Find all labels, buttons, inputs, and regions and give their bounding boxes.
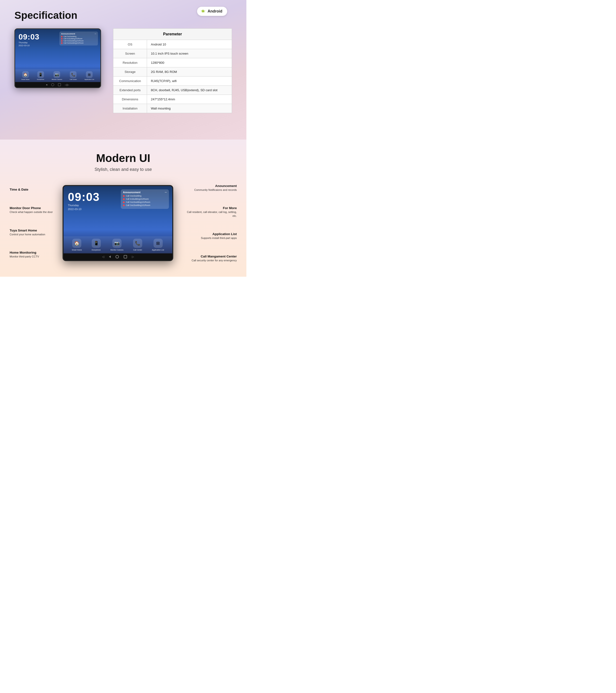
ann-announcement: Anouncement Community Notificaions and r… [186,184,237,192]
spec-value-4: RJ45(TCP/IP), wifi [147,77,232,86]
ann-for-more: For More Call resident, call elevator, c… [186,206,237,218]
ann-announcement-head: Anouncement [186,184,237,188]
app-icon-smart-home: 🏠 [22,71,29,78]
modern-title: Modern UI [9,152,237,164]
big-ann-dot-1 [123,195,125,197]
device-announcement: Announcement ··· Call Out1building Call … [59,32,98,45]
big-app-icon-call: 📞 [133,239,142,248]
big-nav-recent [124,255,127,258]
big-nav-home [116,255,119,258]
big-nav: ◁ ▷ [63,253,172,260]
big-ann-title: Announcement ··· [123,191,167,194]
nav-back [46,84,48,85]
nav-home [51,83,54,86]
big-nav-vol-right: ▷ [132,255,134,258]
ann-title: Announcement ··· [61,33,96,35]
device-apps: 🏠 Smart Home 📱 Doorphone 📷 Monitor Camer… [15,69,100,82]
spec-param-1: Screen [113,49,147,58]
ann-dot [61,40,63,42]
app-app-list: ⊞ Application List [84,71,94,80]
app-icon-doorphone: 📱 [37,71,44,78]
modern-ui-section: Modern UI Stylish, clean and easy to use… [0,140,246,277]
app-doorphone: 📱 Doorphone [37,71,44,80]
big-nav-back [109,256,111,258]
ann-monitor-desc: Check what happen outside the door [9,210,60,214]
big-app-monitor: 📷 Monitor Camera [111,239,123,251]
big-ann-1: Call Out1building [123,195,167,197]
big-app-doorphone: 📱 Doorphone [92,239,101,251]
spec-value-3: 2G RAM, 8G ROM [147,67,232,77]
big-ann-dot-4 [123,204,125,206]
big-ann-3: Call Out1building101Room [123,201,167,203]
big-app-icon-doorphone: 📱 [92,239,101,248]
spec-param-2: Resolution [113,58,147,67]
app-icon-call-center: 📞 [70,71,77,78]
ann-formore-desc: Call resident, call elevator, call log, … [186,210,237,218]
ann-dot [61,42,63,44]
spec-param-3: Storage [113,67,147,77]
big-app-smart-home: 🏠 Smart Home [72,239,82,251]
ann-home-head: Home Monitoring [9,251,60,254]
spec-value-6: 247*155*12.4mm [147,95,232,104]
spec-param-0: OS [113,40,147,49]
right-annotations: Anouncement Community Notificaions and r… [184,184,237,262]
ann-applist-desc: Supports install third-part apps [186,236,237,240]
big-app-call: 📞 Call Center [133,239,142,251]
big-app-icon-list: ⊞ [154,239,163,248]
spec-param-7: Installation [113,104,147,113]
spec-content: 09:03 Thursday 2022-03-10 Announcement ·… [15,28,232,113]
big-app-icon-monitor: 📷 [112,239,121,248]
ann-applist-head: Application List [186,232,237,236]
device-screen: 09:03 Thursday 2022-03-10 Announcement ·… [15,29,100,82]
ann-item-4: Call Out1building101Room [61,42,96,44]
spec-table: Paremeter OSAndroid 10Screen10.1 inch IP… [113,28,232,113]
device-time-area: 09:03 Thursday 2022-03-10 [19,33,39,47]
app-icon-monitor: 📷 [54,71,60,78]
big-app-list: ⊞ Application List [152,239,164,251]
big-ann-dot-2 [123,198,125,200]
device-mockup: 09:03 Thursday 2022-03-10 Announcement ·… [15,28,101,88]
spec-value-5: 8CH, doorbell, RJ45, USB(extend), SD car… [147,86,232,95]
spec-value-7: Wall mounting [147,104,232,113]
nav-recent [58,83,61,86]
big-announcement: Announcement ··· Call Out1building Call … [121,190,169,209]
android-badge: Android [197,7,227,16]
device-date: 2022-03-10 [19,44,39,47]
app-icon-app-list: ⊞ [86,71,93,78]
ann-tuya: Tuya Smart Home Control your home automa… [9,229,60,236]
ann-item-1: Call Out1building [61,36,96,37]
ann-call-mgmt: Call Mangament Center Call security cent… [186,255,237,262]
ann-dot [61,38,63,39]
ann-home-desc: Monitor third-party CCTV [9,255,60,258]
android-badge-label: Android [208,9,222,14]
device-time: 09:03 [19,33,39,41]
spec-param-6: Dimensions [113,95,147,104]
full-layout: Time & Date Monitor Door Phone Check wha… [9,184,237,262]
app-call-center: 📞 Call Center [69,71,77,80]
modern-subtitle: Stylish, clean and easy to use [9,167,237,172]
big-screen: 09:03 Thursday 2022-03-10 Announcement ·… [63,186,172,253]
ann-dot [61,36,63,37]
spec-value-2: 1280*800 [147,58,232,67]
device-nav: ◁|▷ [15,82,100,87]
spec-param-5: Extended ports [113,86,147,95]
spec-table-wrapper: Paremeter OSAndroid 10Screen10.1 inch IP… [113,28,232,113]
ann-item-3: Call Out1building101Room [61,40,96,42]
spec-param-4: Communication [113,77,147,86]
big-ann-2: Call In1building101Room [123,198,167,200]
ann-app-list: Application List Supports install third-… [186,232,237,240]
spec-value-1: 10.1 inch IPS touch screen [147,49,232,58]
ann-home-monitoring: Home Monitoring Monitor third-party CCTV [9,251,60,258]
ann-callmgmt-desc: Call security center for any emergency [186,259,237,262]
device-day: Thursday [19,41,39,44]
ann-monitor-head: Monitor Door Phone [9,206,60,210]
ann-tuya-desc: Control your home automation [9,233,60,236]
ann-item-2: Call In1building101Room [61,38,96,39]
big-apps: 🏠 Smart Home 📱 Doorphone 📷 Monitor Camer… [63,236,172,253]
nav-volume: ◁|▷ [65,83,69,86]
big-device: 09:03 Thursday 2022-03-10 Announcement ·… [63,185,173,261]
ann-formore-head: For More [186,206,237,210]
big-nav-vol-left: ◁ [102,255,104,258]
app-monitor: 📷 Monitor Camera [52,71,62,80]
ann-callmgmt-head: Call Mangament Center [186,255,237,258]
